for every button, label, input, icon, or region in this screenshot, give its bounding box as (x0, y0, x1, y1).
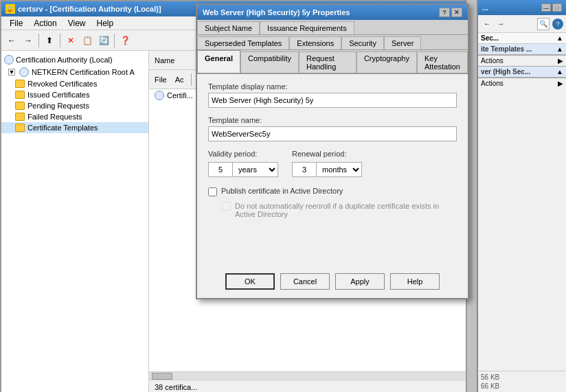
renewal-controls: months weeks days (292, 162, 362, 177)
rsp-title-buttons: — □ (541, 3, 562, 12)
rsp-back-btn[interactable]: ← (481, 18, 493, 30)
back-button[interactable]: ← (4, 33, 19, 48)
rsp-sec-expand[interactable]: ▲ (556, 34, 563, 42)
validity-value-input[interactable] (208, 162, 233, 177)
expand-icon[interactable]: ▼ (8, 69, 15, 76)
tree-item-revoked[interactable]: Revoked Certificates (1, 78, 148, 89)
toolbar-separator-2 (60, 34, 60, 47)
delete-button[interactable]: ✕ (63, 33, 78, 48)
publish-checkbox[interactable] (208, 187, 217, 196)
no-reenroll-label: Do not automatically reenroll if a dupli… (235, 202, 457, 218)
rsp-templates-section-header: ite Templates ... ▲ (478, 44, 566, 56)
rsp-highsec-actions-row[interactable]: Actions ▶ (478, 78, 566, 89)
properties-button[interactable]: 📋 (80, 33, 95, 48)
publish-checkbox-label[interactable]: Publish certificate in Active Directory (221, 187, 343, 195)
rsp-info-btn[interactable]: ? (552, 19, 563, 30)
rsp-highsec-actions-label: Actions (481, 80, 503, 87)
renewal-value-input[interactable] (292, 162, 317, 177)
rsp-sec-label: Sec... (481, 34, 499, 42)
tab-security[interactable]: Security (341, 36, 384, 49)
tree-item-pending[interactable]: Pending Requests (1, 100, 148, 111)
cert-templates-folder-icon (15, 124, 25, 132)
template-name-label: Template name: (208, 116, 457, 124)
rsp-title-text: ... (482, 3, 488, 12)
menu-file[interactable]: File (4, 17, 28, 30)
template-name-input[interactable] (208, 126, 457, 141)
tab-server[interactable]: Server (384, 36, 421, 49)
tab-compatibility[interactable]: Compatibility (240, 51, 299, 73)
tree-item-netkern[interactable]: ▼ NETKERN Certification Root A (1, 66, 148, 78)
rsp-search-btn[interactable]: 🔍 (537, 18, 550, 30)
cert-list-icon (155, 91, 164, 100)
tab-row-3: General Compatibility Request Handling C… (197, 50, 468, 74)
rsp-min-btn[interactable]: — (541, 3, 551, 12)
rsp-status-item-1: 56 KB (481, 373, 563, 382)
tab-cryptography[interactable]: Cryptography (356, 51, 417, 73)
dialog-close-btn[interactable]: ✕ (451, 8, 462, 17)
tree-item-issued[interactable]: Issued Certificates (1, 89, 148, 100)
renewal-unit-select[interactable]: months weeks days (317, 162, 362, 177)
rsp-templates-actions-row[interactable]: Actions ▶ (478, 56, 566, 66)
rsp-status-item-2: 66 KB (481, 382, 563, 391)
dialog-footer: OK Cancel Apply Help (197, 268, 468, 298)
dialog-title-bar: Web Server (High Security) 5y Properties… (197, 5, 468, 20)
apply-button[interactable]: Apply (335, 273, 385, 290)
tree-item-failed[interactable]: Failed Requests (1, 111, 148, 122)
rsp-max-btn[interactable]: □ (552, 3, 562, 12)
dialog-spacer (208, 218, 457, 260)
tab-request-handling[interactable]: Request Handling (299, 51, 356, 73)
rsp-toolbar: ← → 🔍 ? (478, 15, 566, 33)
dialog-overlay: Web Server (High Security) 5y Properties… (196, 0, 471, 392)
rsp-status: 56 KB 66 KB (478, 371, 566, 392)
tree-panel: Certification Authority (Local) ▼ NETKER… (1, 51, 149, 392)
dialog-body: Template display name: Template name: Va… (197, 74, 468, 268)
tab-subject-name[interactable]: Subject Name (197, 21, 260, 34)
rsp-highsec-section-header: ver (High Sec... ▲ (478, 66, 566, 78)
rsp-highsec-actions-icon: ▶ (558, 80, 563, 87)
up-button[interactable]: ⬆ (42, 33, 57, 48)
menu-help[interactable]: Help (91, 17, 120, 30)
forward-button[interactable]: → (21, 33, 36, 48)
tab-superseded[interactable]: Superseded Templates (197, 36, 289, 49)
rsp-title-bar: ... — □ (478, 0, 566, 15)
revoked-label: Revoked Certificates (27, 80, 98, 88)
toolbar-separator-1 (38, 34, 39, 47)
main-title: certsrv - [Certification Authority (Loca… (18, 5, 161, 13)
rsp-templates-expand-icon[interactable]: ▲ (556, 45, 563, 53)
rsp-highsec-title: ver (High Sec... (481, 68, 530, 76)
ok-button[interactable]: OK (225, 273, 275, 290)
tab-extensions[interactable]: Extensions (289, 36, 341, 49)
tab-key-attestation[interactable]: Key Attestation (417, 51, 468, 73)
refresh-button[interactable]: 🔄 (96, 33, 111, 48)
tab-issuance-req[interactable]: Issuance Requirements (260, 21, 354, 34)
cancel-button[interactable]: Cancel (280, 273, 330, 290)
tree-item-cert-templates[interactable]: Certificate Templates (1, 122, 148, 133)
right-toolbar-file[interactable]: File (152, 76, 170, 84)
dialog-help-btn[interactable]: ? (439, 8, 450, 17)
no-reenroll-checkbox[interactable] (222, 202, 231, 211)
revoked-folder-icon (15, 80, 25, 88)
validity-unit-select[interactable]: years months weeks days (233, 162, 278, 177)
renewal-period-label: Renewal period: (292, 150, 362, 158)
tab-row-1: Subject Name Issuance Requirements (197, 20, 468, 35)
help-button[interactable]: Help (390, 273, 440, 290)
rsp-highsec-title-row: ver (High Sec... ▲ (481, 68, 563, 76)
failed-folder-icon (15, 113, 25, 121)
validity-period-label: Validity period: (208, 150, 278, 158)
display-name-input[interactable] (208, 93, 457, 108)
netkern-icon (19, 67, 29, 77)
pending-folder-icon (15, 102, 25, 110)
rsp-templates-title-row: ite Templates ... ▲ (481, 45, 563, 53)
rsp-forward-btn[interactable]: → (495, 18, 507, 30)
tree-root: Certification Authority (Local) (1, 54, 148, 66)
menu-view[interactable]: View (63, 17, 91, 30)
right-toolbar-action[interactable]: Ac (172, 76, 187, 84)
col-header-name: Name (155, 56, 174, 65)
tab-general[interactable]: General (197, 50, 240, 73)
dialog-title-text: Web Server (High Security) 5y Properties (203, 8, 350, 16)
menu-action[interactable]: Action (28, 17, 62, 30)
rsp-highsec-expand-icon[interactable]: ▲ (556, 68, 563, 76)
help-toolbar-button[interactable]: ❓ (117, 33, 133, 48)
validity-period-group: Validity period: years months weeks days (208, 150, 278, 177)
scrollbar-thumb[interactable] (152, 373, 172, 380)
